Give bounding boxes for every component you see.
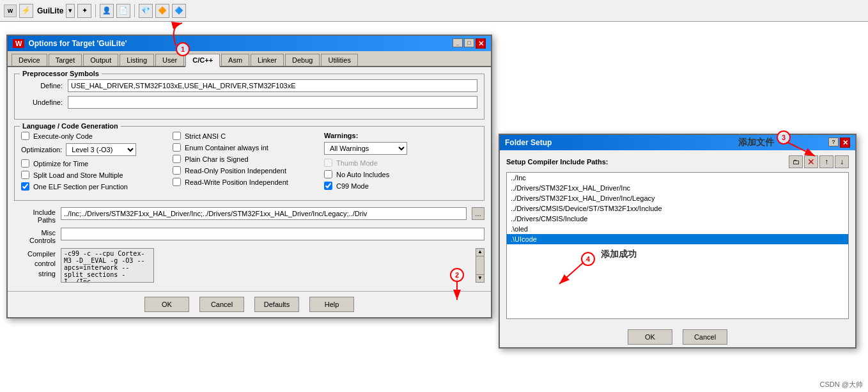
folder-close-btn[interactable]: ✕	[840, 137, 850, 148]
tab-utilities[interactable]: Utilities	[321, 54, 357, 66]
preprocessor-group: Preprocessor Symbols Define: Undefine:	[14, 74, 484, 120]
tab-device[interactable]: Device	[12, 54, 47, 66]
lang-col-left: Execute-only Code Optimization: Level 3 …	[21, 132, 162, 194]
compiler-textarea[interactable]: -c99 -c --cpu Cortex-M3 -D__EVAL -g -O3 …	[61, 248, 154, 283]
execute-only-check[interactable]	[21, 132, 29, 140]
plain-char-row: Plain Char is Signed	[173, 155, 314, 163]
lang-col-mid: Strict ANSI C Enum Container always int …	[173, 132, 314, 194]
enum-container-check[interactable]	[173, 143, 181, 152]
options-minimize-btn[interactable]: _	[453, 38, 463, 47]
tab-listing[interactable]: Listing	[120, 54, 154, 66]
toolbar-icon-6[interactable]: 🔷	[172, 4, 186, 18]
options-ok-btn[interactable]: OK	[144, 297, 189, 312]
folder-header: Setup Compiler Include Paths: 🗀 ✕ ↑ ↓	[506, 155, 849, 168]
readwrite-row: Read-Write Position Independent	[173, 178, 314, 186]
c99-check[interactable]	[324, 182, 332, 190]
readwrite-check[interactable]	[173, 178, 181, 186]
thumb-mode-row: Thumb Mode	[324, 159, 477, 167]
enum-container-label: Enum Container always int	[185, 144, 268, 152]
strict-ansi-check[interactable]	[173, 132, 181, 140]
no-auto-check[interactable]	[324, 170, 332, 178]
options-tabs: Device Target Output Listing User C/C++ …	[8, 51, 491, 67]
tab-target[interactable]: Target	[49, 54, 82, 66]
options-cancel-btn[interactable]: Cancel	[199, 297, 244, 312]
folder-toolbar: 🗀 ✕ ↑ ↓	[789, 155, 849, 168]
folder-item-2[interactable]: ../Drivers/STM32F1xx_HAL_Driver/Inc/Lega…	[507, 193, 848, 203]
plain-char-check[interactable]	[173, 155, 181, 163]
readonly-row: Read-Only Position Independent	[173, 166, 314, 175]
scroll-down-btn[interactable]: ▼	[476, 274, 484, 282]
folder-item-1[interactable]: ../Drivers/STM32F1xx_HAL_Driver/Inc	[507, 183, 848, 193]
options-body: Preprocessor Symbols Define: Undefine: L…	[8, 67, 491, 291]
tab-debug[interactable]: Debug	[285, 54, 320, 66]
strict-ansi-row: Strict ANSI C	[173, 132, 314, 140]
preprocessor-title: Preprocessor Symbols	[20, 70, 102, 77]
app-logo: W	[4, 4, 17, 17]
define-row: Define:	[21, 79, 477, 92]
toolbar-icon-2[interactable]: 👤	[100, 4, 114, 18]
optimize-time-check[interactable]	[21, 159, 29, 168]
split-load-check[interactable]	[21, 171, 29, 179]
tab-asm[interactable]: Asm	[221, 54, 249, 66]
options-help-btn[interactable]: Help	[309, 297, 354, 312]
undefine-input[interactable]	[68, 96, 477, 109]
watermark: CSDN @大帅	[820, 380, 863, 389]
optimize-time-label: Optimize for Time	[33, 160, 88, 168]
tab-cpp[interactable]: C/C++	[185, 54, 220, 67]
folder-down-btn[interactable]: ↓	[835, 155, 849, 168]
options-close-btn[interactable]: ✕	[476, 38, 486, 49]
tab-linker[interactable]: Linker	[251, 54, 284, 66]
misc-input[interactable]	[61, 228, 484, 240]
c99-label: C99 Mode	[336, 182, 369, 190]
readonly-label: Read-Only Position Independent	[185, 167, 286, 175]
tab-user[interactable]: User	[155, 54, 184, 66]
folder-item-5[interactable]: .\oled	[507, 224, 848, 234]
folder-ok-btn[interactable]: OK	[628, 329, 672, 345]
define-input[interactable]	[68, 79, 477, 92]
folder-item-6[interactable]: .\UIcode	[507, 234, 848, 244]
optimization-select[interactable]: Level 3 (-O3)	[66, 143, 136, 156]
folder-new-btn[interactable]: 🗀	[789, 155, 803, 168]
undefine-label: Undefine:	[21, 98, 63, 106]
optimization-label: Optimization:	[21, 146, 62, 153]
folder-delete-btn[interactable]: ✕	[804, 155, 818, 168]
folder-item-4[interactable]: ../Drivers/CMSIS/Include	[507, 214, 848, 224]
thumb-check[interactable]	[324, 159, 332, 167]
folder-dialog: Folder Setup ? ✕ Setup Compiler Include …	[499, 134, 856, 349]
strict-ansi-label: Strict ANSI C	[185, 132, 226, 140]
options-defaults-btn[interactable]: Defaults	[254, 297, 299, 312]
no-auto-label: No Auto Includes	[336, 171, 389, 178]
one-elf-check[interactable]	[21, 182, 29, 191]
toolbar-dropdown[interactable]: ▾	[66, 4, 75, 18]
folder-up-btn[interactable]: ↑	[819, 155, 833, 168]
options-maximize-btn[interactable]: □	[464, 38, 474, 47]
tab-output[interactable]: Output	[83, 54, 118, 66]
folder-dialog-body: Setup Compiler Include Paths: 🗀 ✕ ↑ ↓ ..…	[500, 150, 855, 324]
scroll-thumb	[476, 256, 484, 274]
include-paths-row: IncludePaths …	[14, 207, 484, 224]
folder-item-3[interactable]: ../Drivers/CMSIS/Device/ST/STM32F1xx/Inc…	[507, 203, 848, 214]
folder-item-0[interactable]: ../Inc	[507, 173, 848, 183]
toolbar-icon-1[interactable]: ✦	[77, 4, 91, 18]
execute-only-row: Execute-only Code	[21, 132, 162, 140]
warnings-select[interactable]: All Warnings	[324, 142, 407, 155]
c99-row: C99 Mode	[324, 182, 477, 190]
readonly-check[interactable]	[173, 166, 181, 175]
options-footer: OK Cancel Defaults Help	[8, 291, 491, 317]
compiler-row: Compilercontrolstring -c99 -c --cpu Cort…	[14, 248, 484, 285]
scroll-up-btn[interactable]: ▲	[476, 249, 484, 256]
include-paths-label: IncludePaths	[14, 207, 56, 224]
toolbar-icon-load[interactable]: ⚡	[19, 4, 33, 18]
folder-setup-label: Setup Compiler Include Paths:	[506, 158, 608, 166]
folder-cancel-btn[interactable]: Cancel	[683, 329, 727, 345]
one-elf-row: One ELF Section per Function	[21, 182, 162, 191]
toolbar-title: GuiLite	[37, 6, 63, 15]
toolbar-icon-5[interactable]: 🔶	[155, 4, 169, 18]
folder-help-btn[interactable]: ?	[828, 137, 839, 146]
toolbar-icon-4[interactable]: 💎	[139, 4, 153, 18]
toolbar-icon-3[interactable]: 📄	[116, 4, 130, 18]
include-browse-btn[interactable]: …	[472, 207, 484, 220]
options-dialog-title-left: W Options for Target 'GuiLite'	[13, 39, 127, 48]
language-group: Language / Code Generation Execute-only …	[14, 126, 484, 201]
include-paths-input[interactable]	[61, 207, 467, 220]
